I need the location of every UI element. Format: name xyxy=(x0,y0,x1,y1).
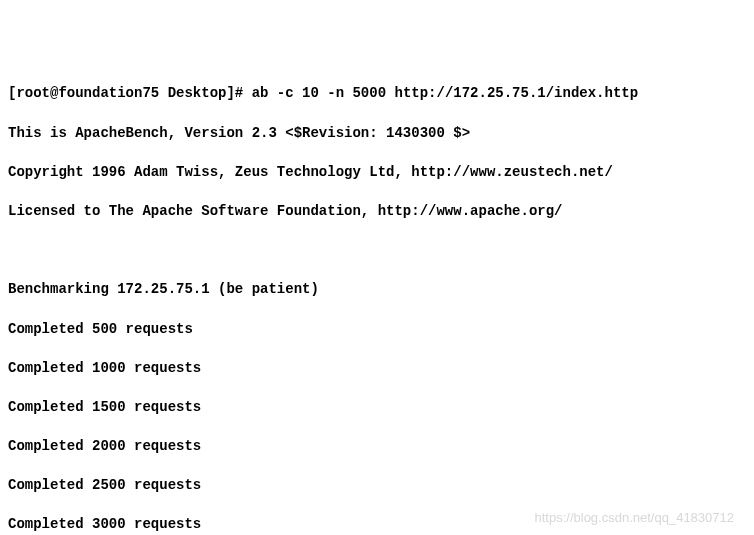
progress-line: Completed 2000 requests xyxy=(8,437,746,457)
progress-line: Completed 500 requests xyxy=(8,320,746,340)
progress-line: Completed 1000 requests xyxy=(8,359,746,379)
header-line-2: Copyright 1996 Adam Twiss, Zeus Technolo… xyxy=(8,163,746,183)
header-line-3: Licensed to The Apache Software Foundati… xyxy=(8,202,746,222)
command: ab -c 10 -n 5000 http://172.25.75.1/inde… xyxy=(252,85,638,101)
shell-prompt: [root@foundation75 Desktop]# xyxy=(8,85,243,101)
blank-line xyxy=(8,241,746,261)
header-line-1: This is ApacheBench, Version 2.3 <$Revis… xyxy=(8,124,746,144)
progress-line: Completed 2500 requests xyxy=(8,476,746,496)
benchmark-start: Benchmarking 172.25.75.1 (be patient) xyxy=(8,280,746,300)
prompt-line: [root@foundation75 Desktop]# ab -c 10 -n… xyxy=(8,84,746,104)
progress-line: Completed 1500 requests xyxy=(8,398,746,418)
watermark: https://blog.csdn.net/qq_41830712 xyxy=(535,509,735,527)
